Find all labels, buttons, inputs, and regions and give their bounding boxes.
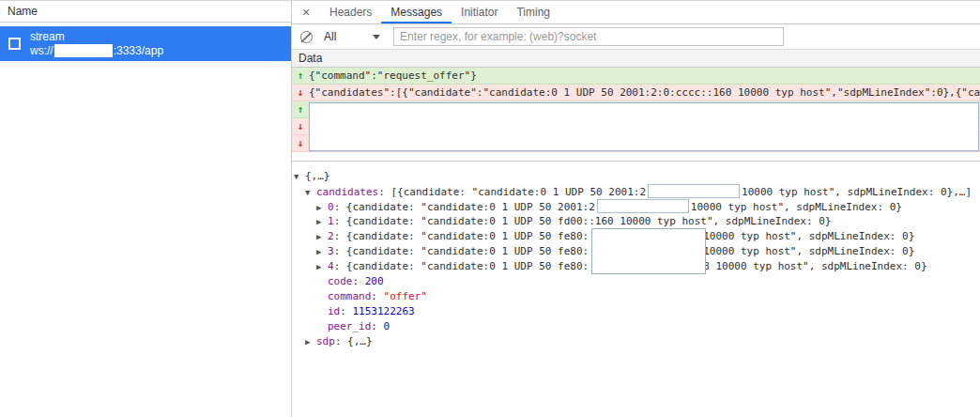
- expanded-arrow-icon[interactable]: ▼: [305, 185, 316, 199]
- tree-text: : {candidate: "candidate:0 1 UDP 50 fe80…: [334, 260, 590, 272]
- tab-initiator[interactable]: Initiator: [452, 1, 507, 23]
- messages-toolbar: All: [292, 24, 980, 50]
- tree-row[interactable]: ▼{,…}: [292, 169, 980, 184]
- tree-text: 10000 typ host", sdpMLineIndex: 0},…]: [742, 186, 972, 198]
- tree-text: 2: [328, 230, 334, 242]
- tree-text: :: [371, 320, 383, 332]
- tree-text: : {candidate: "candidate:0 1 UDP 50 fd00…: [334, 215, 832, 227]
- devtools-network-panel: Name stream ws:// :3333/app × Headers Me…: [0, 0, 980, 417]
- tree-text: 10000 typ host", sdpMLineIndex: 0}: [691, 201, 902, 213]
- redaction-box: [648, 184, 740, 198]
- tree-text: 10000 typ host", sdpMLineIndex: 0}: [703, 245, 914, 257]
- detail-tabbar: × Headers Messages Initiator Timing: [292, 1, 980, 24]
- tree-row[interactable]: code: 200: [292, 274, 980, 289]
- tree-row[interactable]: id: 1153122263: [292, 304, 980, 319]
- tree-text: candidates: [316, 186, 378, 198]
- message-row[interactable]: ↓{"candidates":[{"candidate":"candidate:…: [292, 85, 980, 101]
- tree-text: 1: [328, 215, 334, 227]
- tree-text: 1153122263: [353, 305, 415, 317]
- collapsed-arrow-icon[interactable]: ▶: [305, 334, 316, 349]
- tree-text: 3: [328, 245, 334, 257]
- collapsed-arrow-icon[interactable]: ▶: [316, 200, 328, 214]
- request-row-stream[interactable]: stream ws:// :3333/app: [0, 26, 291, 61]
- tab-headers[interactable]: Headers: [320, 1, 381, 23]
- tree-text: : {candidate: "candidate:0 1 UDP 50 fe80…: [334, 230, 590, 242]
- request-url: ws:// :3333/app: [30, 44, 163, 58]
- collapsed-arrow-icon[interactable]: ▶: [316, 244, 328, 259]
- tree-row[interactable]: ▼candidates: [{candidate: "candidate:0 1…: [292, 184, 980, 199]
- message-text: {"command":"request_offer"}: [309, 70, 477, 82]
- tree-text: : {candidate: "candidate:0 1 UDP 50 fe80…: [334, 245, 590, 257]
- redaction-box: [54, 44, 113, 57]
- tree-text: code: [328, 275, 353, 287]
- tree-text: 0: [384, 320, 390, 332]
- collapsed-arrow-icon[interactable]: ▶: [316, 259, 328, 274]
- tree-text: id: [328, 305, 340, 317]
- redaction-box: [309, 102, 979, 151]
- name-column-header[interactable]: Name: [0, 1, 291, 23]
- tree-text: :: [353, 275, 365, 287]
- websocket-icon: [8, 38, 21, 50]
- tree-text: 8 10000 typ host", sdpMLineIndex: 0}: [703, 260, 926, 272]
- expanded-arrow-icon[interactable]: ▼: [294, 169, 305, 184]
- received-arrow-icon: ↓: [292, 86, 309, 99]
- close-icon[interactable]: ×: [292, 1, 320, 23]
- tree-text: : {candidate: "candidate:0 1 UDP 50 2001…: [334, 201, 595, 213]
- filter-regex-input[interactable]: [393, 27, 784, 46]
- tree-text: 200: [365, 275, 384, 287]
- tree-text: "offer": [384, 290, 427, 302]
- clear-messages-icon[interactable]: [300, 31, 313, 43]
- sent-arrow-icon: ↑: [292, 70, 309, 82]
- tree-row[interactable]: ▶0: {candidate: "candidate:0 1 UDP 50 20…: [292, 199, 980, 214]
- tree-row[interactable]: ▶sdp: {,…}: [292, 334, 980, 349]
- request-name: stream: [30, 30, 163, 44]
- redaction-box: [591, 228, 706, 274]
- request-url-suffix: :3333/app: [114, 44, 163, 58]
- data-column-header[interactable]: Data: [292, 50, 980, 68]
- tree-text: {,…}: [305, 170, 330, 182]
- chevron-down-icon: [373, 35, 380, 39]
- messages-table: ↑{"command":"request_offer"}↓{"candidate…: [292, 68, 980, 152]
- collapsed-arrow-icon[interactable]: ▶: [316, 229, 328, 244]
- tab-timing[interactable]: Timing: [507, 1, 559, 23]
- message-row[interactable]: ↑{"command":"request_offer"}: [292, 68, 980, 85]
- tree-text: 4: [328, 260, 334, 272]
- sent-arrow-icon: ↑: [292, 103, 309, 116]
- tree-text: peer_id: [328, 320, 371, 332]
- tree-text: sdp: [316, 335, 335, 348]
- tree-text: : {,…}: [335, 335, 373, 348]
- tree-row[interactable]: peer_id: 0: [292, 319, 980, 334]
- tree-row[interactable]: command: "offer": [292, 289, 980, 304]
- tab-messages[interactable]: Messages: [381, 1, 452, 23]
- message-type-dropdown[interactable]: All: [324, 30, 380, 43]
- message-json-tree: ▼{,…}▼candidates: [{candidate: "candidat…: [292, 162, 980, 349]
- request-detail-panel: × Headers Messages Initiator Timing All …: [292, 1, 980, 417]
- panel-splitter[interactable]: [292, 152, 980, 162]
- message-type-dropdown-label: All: [324, 30, 336, 43]
- tree-text: 0: [328, 201, 334, 213]
- redaction-box: [597, 199, 689, 213]
- tree-text: :: [340, 305, 352, 317]
- network-requests-panel: Name stream ws:// :3333/app: [0, 1, 292, 417]
- tree-text: :: [371, 290, 383, 302]
- request-url-prefix: ws://: [30, 44, 54, 58]
- tree-text: command: [328, 290, 371, 302]
- tree-text: 10000 typ host", sdpMLineIndex: 0}: [703, 230, 914, 242]
- received-arrow-icon: ↓: [292, 137, 309, 149]
- received-arrow-icon: ↓: [292, 120, 309, 132]
- collapsed-arrow-icon[interactable]: ▶: [316, 214, 328, 229]
- tree-row[interactable]: ▶1: {candidate: "candidate:0 1 UDP 50 fd…: [292, 214, 980, 229]
- tree-text: : [{candidate: "candidate:0 1 UDP 50 200…: [378, 186, 646, 198]
- message-text: {"candidates":[{"candidate":"candidate:0…: [309, 86, 980, 99]
